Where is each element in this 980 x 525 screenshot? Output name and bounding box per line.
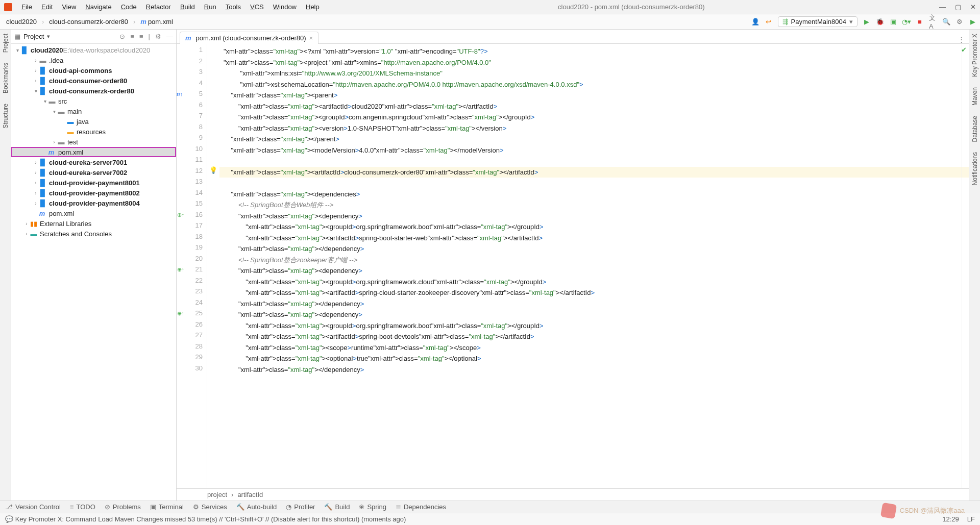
editor-tab[interactable]: m pom.xml (cloud-consumerzk-order80) × [180,32,318,44]
tree-item[interactable]: ▬resources [11,127,176,137]
close-tab-icon[interactable]: × [309,34,313,42]
status-hint-icon: 💬 [5,515,13,523]
editor-breadcrumb-item[interactable]: artifactId [237,491,263,498]
tool-terminal[interactable]: ▣Terminal [150,503,184,511]
breadcrumb-module[interactable]: cloud-consumerzk-order80 [46,17,131,27]
main-menu: FileEditViewNavigateCodeRefactorBuildRun… [17,2,324,12]
app-icon [4,3,12,11]
left-tool-rail: ProjectBookmarksStructure [0,30,11,501]
tree-item[interactable]: mpom.xml [11,208,176,218]
title-bar: FileEditViewNavigateCodeRefactorBuildRun… [0,0,980,14]
tool-build[interactable]: 🔨Build [324,503,350,511]
tree-item[interactable]: ›▬.idea [11,55,176,65]
tool-problems[interactable]: ⊘Problems [105,503,141,511]
hide-panel-icon[interactable]: — [166,33,173,40]
search-icon[interactable]: 🔍 [942,18,950,26]
editor-area: m pom.xml (cloud-consumerzk-order80) × ⋮… [177,30,969,501]
tree-item[interactable]: ›▉cloud-consumer-order80 [11,76,176,86]
menu-tools[interactable]: Tools [222,2,245,12]
expand-all-icon[interactable]: ≡ [130,33,134,40]
tree-item[interactable]: ›▮▮External Libraries [11,218,176,229]
menu-help[interactable]: Help [302,2,324,12]
tool-todo[interactable]: ≡TODO [70,503,95,511]
collapse-all-icon[interactable]: ≡ [139,33,143,40]
panel-settings-icon[interactable]: ⚙ [155,33,161,40]
tree-item[interactable]: ›▉cloud-provider-payment8002 [11,188,176,198]
menu-refactor[interactable]: Refactor [142,2,175,12]
divider: | [149,33,150,40]
menu-vcs[interactable]: VCS [246,2,268,12]
tree-item[interactable]: ›▉cloud-provider-payment8001 [11,178,176,188]
inspection-ok-icon: ✔ [961,46,967,54]
debug-icon[interactable]: 🐞 [876,18,884,26]
line-separator[interactable]: LF [967,515,975,523]
translate-icon[interactable]: 文A [929,18,937,26]
maximize-icon[interactable]: ▢ [955,3,961,11]
gutter-icon-column: 💡 [207,44,219,488]
caret-position[interactable]: 12:29 [942,515,959,523]
status-message: Key Promoter X: Command Load Maven Chang… [15,515,406,523]
tool-auto-build[interactable]: 🔨Auto-build [236,503,277,511]
select-opened-file-icon[interactable]: ⊙ [119,33,125,40]
tree-item[interactable]: mpom.xml [11,147,176,157]
tree-item[interactable]: ▾▉cloud-consumerzk-order80 [11,86,176,96]
rail-bookmarks[interactable]: Bookmarks [2,63,9,93]
tree-item[interactable]: ▬java [11,116,176,127]
window-title: cloud2020 - pom.xml (cloud-consumerzk-or… [324,3,939,11]
tree-item[interactable]: ›▉cloud-provider-payment8004 [11,198,176,208]
tool-version-control[interactable]: ⎇Version Control [5,503,61,511]
status-bar: 💬 Key Promoter X: Command Load Maven Cha… [0,513,980,525]
menu-edit[interactable]: Edit [37,2,57,12]
tool-dependencies[interactable]: ≣Dependencies [396,503,446,511]
menu-file[interactable]: File [17,2,36,12]
tool-services[interactable]: ⚙Services [193,503,227,511]
rail-structure[interactable]: Structure [2,104,9,129]
editor-breadcrumb[interactable]: project›artifactId [177,488,969,501]
menu-navigate[interactable]: Navigate [81,2,115,12]
settings-icon[interactable]: ⚙ [955,18,964,26]
error-stripe[interactable]: ✔ [962,44,969,488]
menu-code[interactable]: Code [117,2,141,12]
editor-breadcrumb-item[interactable]: project [207,491,227,498]
tab-options-icon[interactable]: ⋮ [958,36,965,43]
rail-project[interactable]: Project [2,34,9,53]
rail-notifications[interactable]: Notifications [971,152,978,185]
tree-item[interactable]: ›▬test [11,137,176,147]
profile-icon[interactable]: ◔▾ [902,18,911,26]
add-user-icon[interactable]: 👤 [751,18,760,26]
tree-item[interactable]: ▾▬src [11,96,176,106]
tree-item[interactable]: ▾▬main [11,106,176,116]
rail-maven[interactable]: Maven [971,87,978,106]
line-number-gutter[interactable]: 1234m↑56789101112131415⊕↑1617181920⊕↑212… [177,44,207,488]
breadcrumb-root[interactable]: cloud2020 [3,17,40,27]
close-icon[interactable]: ✕ [970,3,976,11]
menu-build[interactable]: Build [176,2,199,12]
navigation-bar: cloud2020 › cloud-consumerzk-order80 › m… [0,14,980,30]
project-tool-window: ▦ Project ▾ ⊙ ≡ ≡ | ⚙ — ▾▉cloud2020 E:\i… [11,30,177,501]
bottom-tool-bar: ⎇Version Control≡TODO⊘Problems▣Terminal⚙… [0,501,980,513]
tool-profiler[interactable]: ◔Profiler [286,503,315,511]
stop-icon[interactable]: ■ [916,18,924,26]
project-tree[interactable]: ▾▉cloud2020 E:\idea-workspace\cloud2020›… [11,44,176,501]
tree-item[interactable]: ▾▉cloud2020 E:\idea-workspace\cloud2020 [11,45,176,55]
rail-key-promoter-x[interactable]: Key Promoter X [971,34,978,77]
tree-item[interactable]: ›▉cloud-eureka-server7002 [11,167,176,178]
menu-run[interactable]: Run [200,2,220,12]
tree-item[interactable]: ›▉cloud-eureka-server7001 [11,157,176,167]
menu-view[interactable]: View [58,2,80,12]
project-panel-title[interactable]: Project [23,33,44,40]
minimize-icon[interactable]: — [939,3,946,11]
run-config-selector[interactable]: ⇶PaymentMain8004▾ [778,16,857,27]
rail-database[interactable]: Database [971,116,978,142]
coverage-icon[interactable]: ▣ [889,18,897,26]
right-tool-rail: Key Promoter XMavenDatabaseNotifications [969,30,980,501]
code-content[interactable]: "xml-attr">class="xml-tag"><?xml "xml-at… [219,44,962,488]
breadcrumb-file[interactable]: mpom.xml [137,17,176,27]
run-anything-icon[interactable]: ▶ [969,18,977,26]
tree-item[interactable]: ›▬Scratches and Consoles [11,229,176,239]
tool-spring[interactable]: ❀Spring [359,503,386,511]
run-icon[interactable]: ▶ [863,18,871,26]
tree-item[interactable]: ›▉cloud-api-commons [11,65,176,76]
back-icon[interactable]: ↩ [765,18,773,26]
menu-window[interactable]: Window [269,2,301,12]
